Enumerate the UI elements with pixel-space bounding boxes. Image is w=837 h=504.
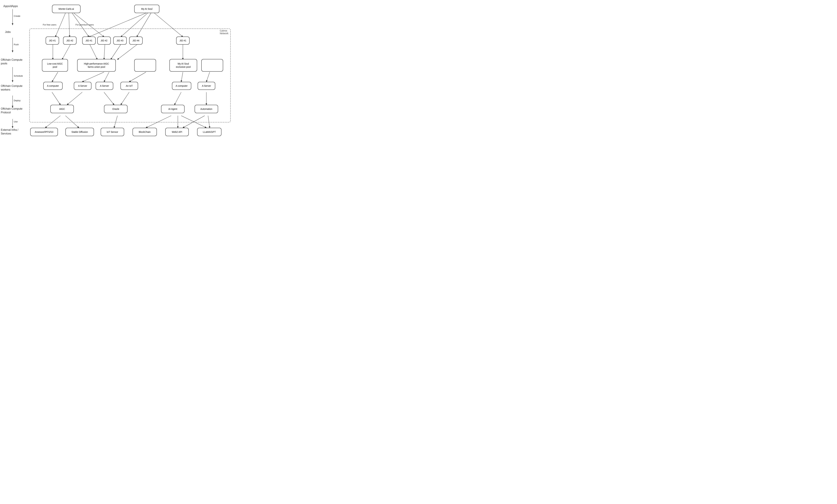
high-perf-pool: High-performance AIGC farms union pool <box>77 59 116 72</box>
push-label: Push <box>14 43 19 46</box>
external-infra-label: External Infra / Services <box>1 128 27 136</box>
deploy-label: Deploy <box>14 99 20 102</box>
jid2-mc-prem: JID #2 <box>97 37 111 44</box>
for-free-users-label: For free users <box>43 23 56 26</box>
llama-gpt-node: LLaMA/GPT <box>197 128 221 136</box>
diagram-container: Cybros Network Apps/dApps Create Jobs Pu… <box>0 0 235 143</box>
my-ai-soul-node: My AI Soul <box>134 5 159 13</box>
cybros-network-label: Cybros Network <box>220 29 235 35</box>
jid4-mc-prem: JID #4 <box>129 37 143 44</box>
jid1-mc-prem: JID #1 <box>82 37 96 44</box>
automation-node: Automation <box>195 105 218 113</box>
iot1-node: An IoT <box>121 82 138 90</box>
offchain-pools-label: Offchain Compute pools <box>1 58 27 66</box>
offchain-workers-label: Offchain Compute workers <box>1 84 27 92</box>
for-premium-users-label: For premium users <box>75 23 94 26</box>
oracle-node: Oracle <box>104 105 127 113</box>
apps-dapps-label: Apps/dApps <box>3 5 18 8</box>
schedule-label: Schedule <box>14 75 23 77</box>
computer2-node: A computer <box>172 82 191 90</box>
offchain-protocol-label: Offchain Compute Protocol <box>1 107 28 114</box>
ai-agent-node: AI Agent <box>161 105 184 113</box>
web2-api-node: Web2 API <box>165 128 189 136</box>
jid1-soul: JID #1 <box>176 37 190 44</box>
jid3-mc-prem: JID #3 <box>113 37 127 44</box>
iot-sensor-node: IoT Sensor <box>101 128 124 136</box>
monte-carlo-node: Monte-Carlo.ai <box>52 5 81 13</box>
jobs-label: Jobs <box>5 31 11 34</box>
arweave-node: Arweave/IPFS/S3 <box>30 128 58 136</box>
jid2-mc-free: JID #2 <box>63 37 76 44</box>
soul-pool: My AI Soul exclusive pool <box>170 59 197 72</box>
use-label: Use <box>14 120 18 123</box>
create-label: Create <box>14 15 20 17</box>
other-pool <box>201 59 223 72</box>
server2-node: A Server <box>96 82 113 90</box>
computer1-node: A computer <box>43 82 63 90</box>
blockchain-node: BlockChain <box>132 128 157 136</box>
server1-node: A Server <box>74 82 91 90</box>
empty-pool <box>134 59 156 72</box>
jid1-mc-free: JID #1 <box>46 37 59 44</box>
stable-diffusion-node: Stable Diffusion <box>66 128 94 136</box>
aigc-node: AIGC <box>50 105 74 113</box>
low-cost-pool: Low-cost AIGC pool <box>42 59 68 72</box>
server3-node: A Server <box>198 82 215 90</box>
